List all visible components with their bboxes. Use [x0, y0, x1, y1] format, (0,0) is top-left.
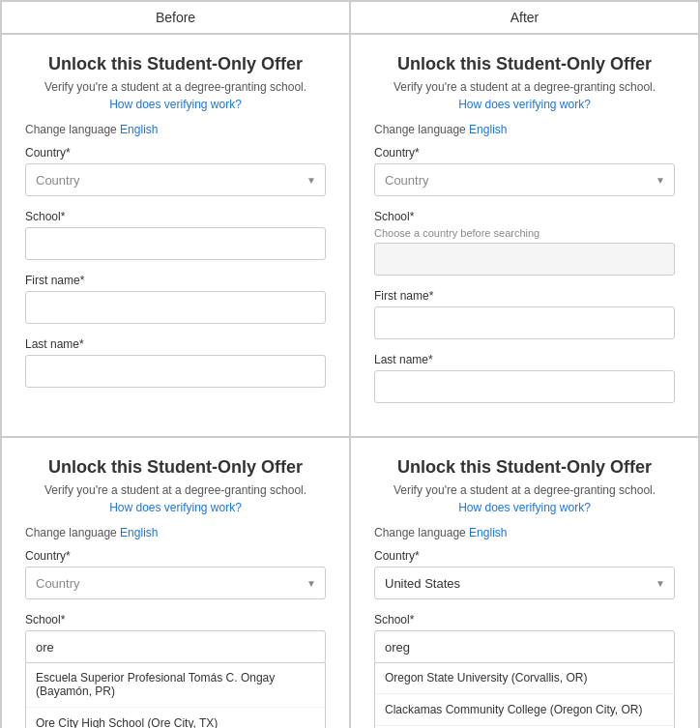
before-header: Before	[1, 1, 350, 34]
language-link-top-right[interactable]: English	[469, 123, 507, 136]
lastname-field-top-right: Last name*	[374, 353, 675, 403]
firstname-input-top-right[interactable]	[374, 306, 675, 339]
language-link-bottom-right[interactable]: English	[469, 526, 507, 539]
verifying-link-bottom-right[interactable]: How does verifying work?	[374, 501, 675, 514]
panel-bottom-right: Unlock this Student-Only Offer Verify yo…	[350, 437, 699, 728]
country-select-wrapper-top-left: Country United States ▼	[25, 163, 326, 196]
school-dropdown-bottom-right: Oregon State University (Corvallis, OR) …	[374, 662, 675, 728]
panel-bottom-left: Unlock this Student-Only Offer Verify yo…	[1, 437, 350, 728]
card-subtitle-bottom-left: Verify you're a student at a degree-gran…	[25, 483, 326, 497]
school-input-top-right[interactable]	[374, 243, 675, 276]
lastname-label-top-left: Last name*	[25, 337, 326, 351]
school-field-bottom-right: School* Oregon State University (Corvall…	[374, 613, 675, 728]
country-field-bottom-left: Country* Country United States ▼	[25, 549, 326, 599]
verifying-link-top-right[interactable]: How does verifying work?	[374, 98, 675, 111]
firstname-label-top-right: First name*	[374, 289, 675, 303]
dropdown-item-1-bottom-left[interactable]: Ore City High School (Ore City, TX)	[26, 708, 325, 728]
country-label-top-right: Country*	[374, 146, 675, 160]
firstname-field-top-left: First name*	[25, 274, 326, 324]
language-link-top-left[interactable]: English	[120, 123, 158, 136]
card-title-bottom-left: Unlock this Student-Only Offer	[25, 457, 326, 478]
card-title-bottom-right: Unlock this Student-Only Offer	[374, 457, 675, 478]
change-language-bottom-left: Change language English	[25, 526, 326, 539]
verifying-link-top-left[interactable]: How does verifying work?	[25, 98, 326, 111]
card-title-top-left: Unlock this Student-Only Offer	[25, 54, 326, 74]
card-subtitle-top-left: Verify you're a student at a degree-gran…	[25, 80, 326, 94]
school-label-top-left: School*	[25, 210, 326, 223]
country-select-bottom-right[interactable]: Country United States	[374, 567, 675, 599]
country-select-top-left[interactable]: Country United States	[25, 163, 326, 196]
country-select-top-right[interactable]: Country United States	[374, 163, 675, 196]
dropdown-item-0-bottom-left[interactable]: Escuela Superior Profesional Tomás C. On…	[26, 662, 325, 708]
change-language-top-left: Change language English	[25, 123, 326, 136]
firstname-label-top-left: First name*	[25, 274, 326, 287]
school-input-bottom-right[interactable]	[374, 630, 675, 663]
card-subtitle-top-right: Verify you're a student at a degree-gran…	[374, 80, 675, 94]
school-input-bottom-left[interactable]	[25, 630, 326, 663]
panel-top-right: Unlock this Student-Only Offer Verify yo…	[350, 34, 699, 437]
school-input-top-left[interactable]	[25, 227, 326, 260]
card-title-top-right: Unlock this Student-Only Offer	[374, 54, 675, 74]
country-select-wrapper-bottom-right: Country United States ▼	[374, 567, 675, 599]
change-language-top-right: Change language English	[374, 123, 675, 136]
school-dropdown-bottom-left: Escuela Superior Profesional Tomás C. On…	[25, 662, 326, 728]
dropdown-item-1-bottom-right[interactable]: Clackamas Community College (Oregon City…	[375, 694, 674, 726]
change-language-bottom-right: Change language English	[374, 526, 675, 539]
firstname-field-top-right: First name*	[374, 289, 675, 339]
lastname-input-top-right[interactable]	[374, 370, 675, 403]
card-subtitle-bottom-right: Verify you're a student at a degree-gran…	[374, 483, 675, 497]
after-header: After	[350, 1, 699, 34]
panel-top-left: Unlock this Student-Only Offer Verify yo…	[1, 34, 350, 437]
school-field-top-right: School* Choose a country before searchin…	[374, 210, 675, 276]
country-field-top-left: Country* Country United States ▼	[25, 146, 326, 196]
country-select-wrapper-top-right: Country United States ▼	[374, 163, 675, 196]
lastname-field-top-left: Last name*	[25, 337, 326, 388]
school-hint-top-right: Choose a country before searching	[374, 227, 675, 239]
school-field-top-left: School*	[25, 210, 326, 260]
country-label-bottom-right: Country*	[374, 549, 675, 563]
country-field-top-right: Country* Country United States ▼	[374, 146, 675, 196]
country-field-bottom-right: Country* Country United States ▼	[374, 549, 675, 599]
lastname-input-top-left[interactable]	[25, 355, 326, 388]
lastname-label-top-right: Last name*	[374, 353, 675, 366]
school-label-bottom-left: School*	[25, 613, 326, 626]
school-label-bottom-right: School*	[374, 613, 675, 626]
country-label-top-left: Country*	[25, 146, 326, 160]
country-select-bottom-left[interactable]: Country United States	[25, 567, 326, 599]
country-select-wrapper-bottom-left: Country United States ▼	[25, 567, 326, 599]
verifying-link-bottom-left[interactable]: How does verifying work?	[25, 501, 326, 514]
firstname-input-top-left[interactable]	[25, 291, 326, 324]
language-link-bottom-left[interactable]: English	[120, 526, 158, 539]
school-label-top-right: School*	[374, 210, 675, 223]
school-field-bottom-left: School* Escuela Superior Profesional Tom…	[25, 613, 326, 728]
dropdown-item-0-bottom-right[interactable]: Oregon State University (Corvallis, OR)	[375, 662, 674, 694]
country-label-bottom-left: Country*	[25, 549, 326, 563]
